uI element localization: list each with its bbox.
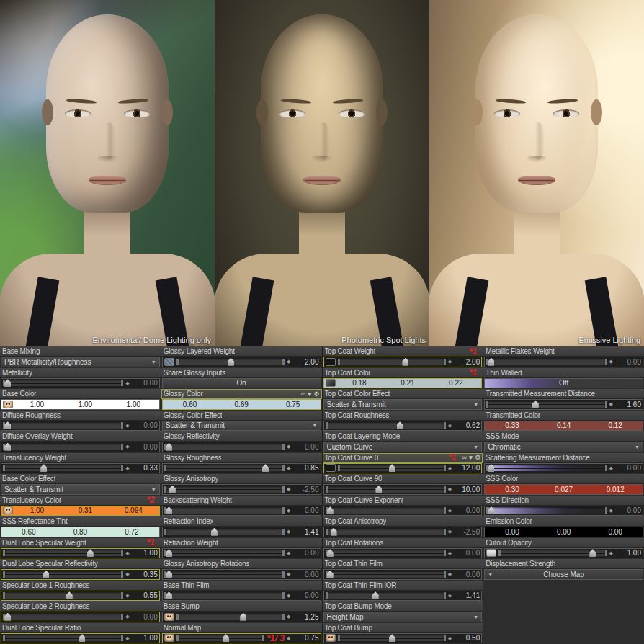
favorite-icon[interactable]: ♥ <box>469 453 473 462</box>
slider-value[interactable]: 0.00 <box>454 549 480 557</box>
slider-handle[interactable] <box>488 464 494 472</box>
slider-handle[interactable] <box>169 486 176 493</box>
color-swatch-base-color[interactable]: 1.001.001.00 <box>1 399 160 410</box>
slider-handle[interactable] <box>327 549 334 557</box>
texture-map-icon[interactable] <box>3 401 13 408</box>
slider-track[interactable] <box>176 359 285 365</box>
slider-track[interactable] <box>486 507 607 514</box>
slider-track[interactable] <box>164 486 285 493</box>
slider-track[interactable] <box>326 550 446 556</box>
texture-map-icon[interactable] <box>164 358 174 366</box>
slider-track[interactable] <box>3 444 123 450</box>
slider-track[interactable] <box>176 614 285 620</box>
slider-track[interactable] <box>3 380 123 386</box>
dropdown-top-coat-bump-mode[interactable]: Height Map▼ <box>324 612 482 622</box>
texture-map-icon[interactable] <box>486 549 496 557</box>
slider-track[interactable] <box>3 635 123 641</box>
slider-value[interactable]: 0.00 <box>293 549 319 557</box>
slider-track[interactable] <box>326 529 446 535</box>
slider-value[interactable]: 1.00 <box>132 634 158 642</box>
slider-handle[interactable] <box>372 591 379 599</box>
slider-value[interactable]: 0.00 <box>454 506 480 514</box>
slider-value[interactable]: 0.00 <box>454 571 480 578</box>
slider-value[interactable]: 0.00 <box>293 506 319 514</box>
link-icon[interactable]: ∞ <box>301 390 305 398</box>
slider-value[interactable]: 0.33 <box>132 464 158 472</box>
slider-value[interactable]: 12.00 <box>454 464 480 472</box>
slider-handle[interactable] <box>166 506 172 514</box>
link-icon[interactable]: ∞ <box>462 453 466 462</box>
slider-value[interactable]: -2.50 <box>454 528 480 536</box>
slider-handle[interactable] <box>40 464 47 472</box>
slider-track[interactable] <box>164 592 285 599</box>
color-swatch-glossy-color[interactable]: 0.600.690.75 <box>162 399 321 410</box>
slider-value[interactable]: 2.00 <box>293 358 319 366</box>
slider-value[interactable]: 0.00 <box>615 506 641 514</box>
choose-map-button[interactable]: ▼Choose Map <box>485 570 643 579</box>
color-swatch-sss-color[interactable]: 0.300.0270.012 <box>484 484 643 495</box>
slider-track[interactable] <box>498 550 607 556</box>
texture-map-icon[interactable] <box>326 464 336 472</box>
texture-map-icon[interactable] <box>164 634 174 642</box>
slider-track[interactable] <box>3 614 123 620</box>
slider-handle[interactable] <box>4 613 11 621</box>
slider-track[interactable] <box>164 571 285 578</box>
slider-handle[interactable] <box>262 464 269 472</box>
toggle-share-glossy-inputs[interactable]: On <box>163 379 321 388</box>
texture-map-icon[interactable] <box>326 634 336 642</box>
slider-handle[interactable] <box>211 528 218 536</box>
slider-handle[interactable] <box>488 506 494 514</box>
slider-track[interactable] <box>3 422 123 429</box>
slider-handle[interactable] <box>240 613 246 621</box>
slider-handle[interactable] <box>331 528 337 536</box>
slider-track[interactable] <box>338 359 446 365</box>
slider-handle[interactable] <box>327 506 334 514</box>
slider-value[interactable]: 0.00 <box>132 379 158 387</box>
slider-value[interactable]: 0.00 <box>132 613 158 621</box>
color-swatch-transmitted-color[interactable]: 0.330.140.12 <box>484 421 643 431</box>
slider-value[interactable]: -2.50 <box>293 486 319 493</box>
dropdown-sss-mode[interactable]: Chromatic▼ <box>485 442 643 452</box>
slider-track[interactable] <box>3 465 123 471</box>
slider-handle[interactable] <box>166 571 172 578</box>
slider-track[interactable] <box>326 571 446 578</box>
slider-value[interactable]: 0.00 <box>293 571 319 578</box>
slider-track[interactable] <box>164 465 285 471</box>
slider-track[interactable] <box>326 507 446 514</box>
slider-value[interactable]: 1.41 <box>293 528 319 536</box>
slider-handle[interactable] <box>4 421 11 429</box>
color-swatch-top-coat-color[interactable]: 0.180.210.22 <box>323 378 483 389</box>
slider-handle[interactable] <box>4 379 11 387</box>
slider-track[interactable] <box>326 486 446 493</box>
slider-handle[interactable] <box>79 634 85 642</box>
slider-track[interactable] <box>164 444 285 450</box>
slider-value[interactable]: 0.00 <box>615 464 641 472</box>
slider-track[interactable] <box>326 592 446 599</box>
slider-value[interactable]: 1.41 <box>454 591 480 599</box>
slider-handle[interactable] <box>532 401 539 408</box>
slider-handle[interactable] <box>389 634 395 642</box>
slider-value[interactable]: 10.00 <box>454 486 480 493</box>
slider-handle[interactable] <box>402 358 408 366</box>
slider-handle[interactable] <box>43 571 49 578</box>
slider-handle[interactable] <box>589 549 596 557</box>
slider-handle[interactable] <box>223 634 229 642</box>
slider-track[interactable] <box>164 550 285 556</box>
slider-track[interactable] <box>3 550 123 556</box>
slider-handle[interactable] <box>166 591 172 599</box>
slider-handle[interactable] <box>327 571 334 578</box>
dropdown-top-coat-color-effect[interactable]: Scatter & Transmit▼ <box>324 400 482 409</box>
slider-value[interactable]: 1.60 <box>615 401 641 408</box>
color-swatch-sss-reflectance-tint[interactable]: 0.600.800.72 <box>1 527 160 537</box>
texture-map-icon[interactable] <box>326 358 336 366</box>
slider-value[interactable]: 0.35 <box>132 571 158 578</box>
slider-track[interactable] <box>486 465 607 471</box>
slider-handle[interactable] <box>375 486 382 493</box>
texture-map-icon[interactable] <box>3 506 13 514</box>
toggle-thin-walled[interactable]: Off <box>485 379 643 388</box>
slider-value[interactable]: 0.00 <box>293 443 319 451</box>
color-swatch-emission-color[interactable]: 0.000.000.00 <box>484 527 643 537</box>
color-swatch-translucency-color[interactable]: 1.000.310.094 <box>1 506 160 516</box>
slider-track[interactable] <box>338 635 446 641</box>
settings-icon[interactable]: ⚙ <box>313 390 319 398</box>
